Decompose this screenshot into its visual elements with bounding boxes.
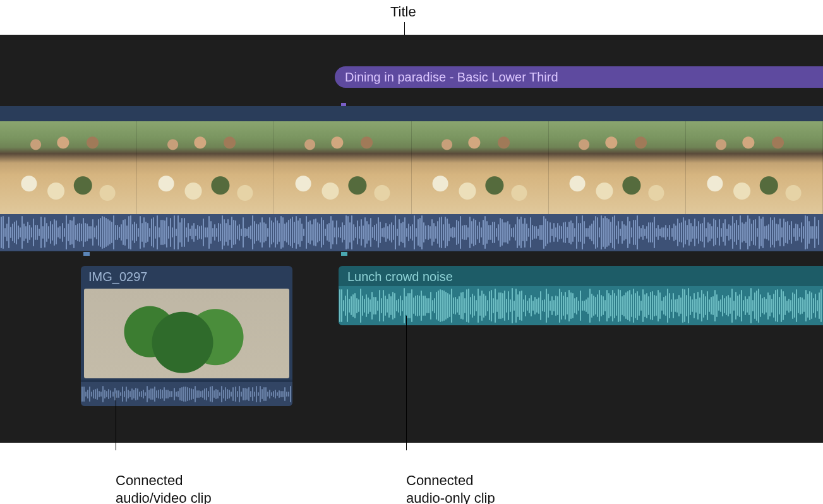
annotation-connected-audio-text: Connected audio-only clip	[406, 472, 495, 504]
filmstrip-thumbnail	[137, 121, 274, 214]
filmstrip-thumbnail	[412, 121, 549, 214]
filmstrip-thumbnail	[686, 121, 823, 214]
annotation-title-text: Title	[390, 4, 416, 20]
connected-av-thumbnail	[84, 289, 289, 378]
annotation-connected-av-text: Connected audio/video clip	[116, 472, 212, 504]
connection-marker	[83, 252, 90, 256]
primary-audio-waveform[interactable]	[0, 214, 823, 251]
primary-storyline-clip[interactable]	[0, 106, 823, 251]
connected-audio-clip[interactable]: Lunch crowd noise	[339, 266, 823, 325]
connected-av-clip-label: IMG_0297	[88, 270, 147, 284]
connected-av-audio-waveform[interactable]	[81, 382, 292, 406]
callout-line-connected-av	[116, 393, 116, 450]
primary-filmstrip	[0, 121, 823, 214]
connected-av-clip[interactable]: IMG_0297	[81, 266, 292, 406]
title-clip-label: Dining in paradise - Basic Lower Third	[345, 70, 558, 85]
filmstrip-thumbnail	[274, 121, 411, 214]
connected-audio-clip-label: Lunch crowd noise	[347, 270, 453, 284]
callout-line-connected-audio	[406, 316, 407, 450]
annotation-connected-audio: Connected audio-only clip	[406, 453, 495, 504]
filmstrip-thumbnail	[549, 121, 686, 214]
title-clip[interactable]: Dining in paradise - Basic Lower Third	[335, 66, 823, 88]
annotation-title: Title	[390, 3, 416, 21]
connected-audio-waveform[interactable]	[339, 286, 823, 325]
timeline[interactable]: Dining in paradise - Basic Lower Third I…	[0, 35, 823, 443]
filmstrip-thumbnail	[0, 121, 137, 214]
annotation-connected-av: Connected audio/video clip	[116, 453, 212, 504]
connection-marker	[341, 252, 347, 256]
